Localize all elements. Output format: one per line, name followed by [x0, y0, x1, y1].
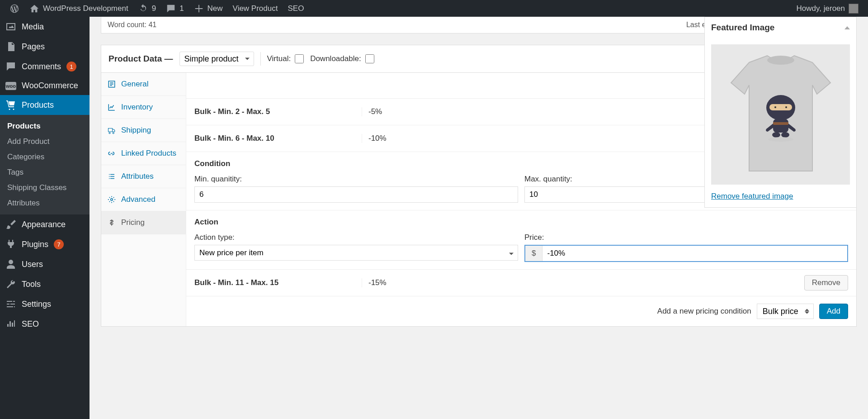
- products-submenu: Products Add Product Categories Tags Shi…: [0, 115, 90, 214]
- submenu-categories[interactable]: Categories: [0, 149, 90, 165]
- tab-advanced[interactable]: Advanced: [101, 188, 186, 211]
- product-data-title: Product Data —: [108, 54, 173, 64]
- rule-discount: -10%: [362, 134, 398, 143]
- menu-plugins[interactable]: Plugins 7: [0, 234, 90, 254]
- price-input-group: $: [524, 245, 848, 262]
- tab-linked[interactable]: Linked Products: [101, 142, 186, 165]
- woo-icon: woo: [5, 82, 16, 90]
- comments-bar-count: 1: [179, 4, 184, 13]
- featured-image-thumbnail[interactable]: [711, 44, 850, 185]
- wrench-icon: [5, 279, 16, 290]
- action-type-select[interactable]: New price per item: [194, 245, 518, 261]
- submenu-products[interactable]: Products: [0, 119, 90, 134]
- comment-icon: [166, 4, 176, 14]
- media-icon: [5, 21, 16, 32]
- plugins-badge: 7: [54, 239, 64, 249]
- price-label: Price:: [524, 233, 848, 242]
- svg-point-2: [767, 56, 794, 65]
- gear-icon: [108, 195, 116, 204]
- tab-inventory[interactable]: Inventory: [101, 96, 186, 119]
- tab-attributes[interactable]: Attributes: [101, 165, 186, 188]
- rule-name: Bulk - Min. 11 - Max. 15: [194, 278, 362, 287]
- seo-icon: [5, 319, 16, 329]
- submenu-shipping-classes[interactable]: Shipping Classes: [0, 180, 90, 195]
- view-product-link[interactable]: View Product: [228, 0, 283, 17]
- menu-seo[interactable]: SEO: [0, 314, 90, 334]
- wp-logo[interactable]: [5, 0, 24, 17]
- svg-rect-7: [773, 119, 788, 133]
- add-button[interactable]: Add: [819, 304, 848, 319]
- product-type-select[interactable]: Simple product: [179, 52, 254, 66]
- cart-icon: [5, 100, 16, 110]
- menu-woocommerce[interactable]: woo WooCommerce: [0, 76, 90, 95]
- menu-media[interactable]: Media: [0, 17, 90, 37]
- brush-icon: [5, 219, 16, 230]
- dollar-icon: [108, 219, 116, 227]
- howdy-link[interactable]: Howdy, jeroen: [792, 0, 863, 17]
- site-home[interactable]: WordPress Development: [24, 0, 133, 17]
- min-qty-input[interactable]: [194, 186, 518, 203]
- add-condition-select[interactable]: Bulk price: [757, 304, 814, 319]
- remove-rule-button[interactable]: Remove: [804, 275, 848, 290]
- word-count: Word count: 41: [108, 21, 156, 29]
- updates-link[interactable]: 9: [133, 0, 161, 17]
- svg-point-9: [772, 132, 780, 138]
- featured-image-title: Featured Image: [711, 23, 774, 33]
- menu-products[interactable]: Products: [0, 95, 90, 115]
- svg-point-11: [768, 137, 793, 142]
- submenu-add-product[interactable]: Add Product: [0, 134, 90, 149]
- action-type-label: Action type:: [194, 233, 518, 242]
- action-heading: Action: [194, 218, 848, 227]
- virtual-checkbox[interactable]: [295, 54, 304, 63]
- rule-name: Bulk - Min. 6 - Max. 10: [194, 134, 362, 143]
- add-condition-row: Add a new pricing condition Bulk price A…: [186, 296, 856, 326]
- svg-point-6: [785, 106, 787, 108]
- comment-icon: [5, 61, 16, 72]
- comments-badge: 1: [66, 62, 76, 71]
- list-icon: [108, 172, 116, 181]
- tab-general[interactable]: General: [101, 73, 186, 96]
- link-icon: [108, 149, 116, 157]
- seo-link[interactable]: SEO: [283, 0, 309, 17]
- menu-users[interactable]: Users: [0, 254, 90, 274]
- price-input[interactable]: [542, 246, 847, 261]
- plug-icon: [5, 239, 16, 250]
- divider: [260, 52, 261, 66]
- chart-icon: [108, 103, 116, 111]
- tab-shipping[interactable]: Shipping: [101, 119, 186, 142]
- svg-rect-4: [769, 104, 792, 110]
- svg-point-1: [111, 199, 113, 201]
- downloadable-toggle[interactable]: Downloadable:: [310, 54, 374, 63]
- submenu-attributes[interactable]: Attributes: [0, 195, 90, 211]
- plus-icon: [194, 4, 204, 14]
- menu-comments[interactable]: Comments 1: [0, 57, 90, 76]
- submenu-tags[interactable]: Tags: [0, 165, 90, 180]
- new-label: New: [208, 4, 223, 13]
- pages-icon: [5, 41, 16, 52]
- menu-tools[interactable]: Tools: [0, 274, 90, 294]
- min-qty-label: Min. quanitity:: [194, 175, 518, 184]
- pricing-rule-row: Bulk - Min. 11 - Max. 15 -15% Remove: [186, 270, 856, 296]
- tshirt-icon: [722, 49, 840, 180]
- featured-image-metabox: Featured Image: [704, 17, 857, 208]
- updates-count: 9: [152, 4, 156, 13]
- action-section: Action Action type: New price per item P: [186, 210, 856, 270]
- downloadable-checkbox[interactable]: [365, 54, 374, 63]
- home-icon: [29, 4, 39, 14]
- menu-pages[interactable]: Pages: [0, 37, 90, 57]
- truck-icon: [108, 126, 116, 134]
- general-icon: [108, 80, 116, 88]
- virtual-toggle[interactable]: Virtual:: [267, 54, 304, 63]
- tab-pricing[interactable]: Pricing: [101, 211, 186, 234]
- product-data-tabs: General Inventory Shipping Linked Produc…: [101, 73, 186, 326]
- add-condition-label: Add a new pricing condition: [657, 307, 751, 316]
- new-content-link[interactable]: New: [189, 0, 228, 17]
- refresh-icon: [138, 4, 148, 14]
- metabox-toggle[interactable]: [844, 26, 850, 29]
- admin-bar: WordPress Development 9 1 New View Produ…: [0, 0, 868, 17]
- comments-link[interactable]: 1: [161, 0, 189, 17]
- menu-appearance[interactable]: Appearance: [0, 214, 90, 234]
- menu-settings[interactable]: Settings: [0, 294, 90, 314]
- caret-up-icon: [844, 26, 850, 29]
- remove-featured-image-link[interactable]: Remove featured image: [711, 192, 793, 201]
